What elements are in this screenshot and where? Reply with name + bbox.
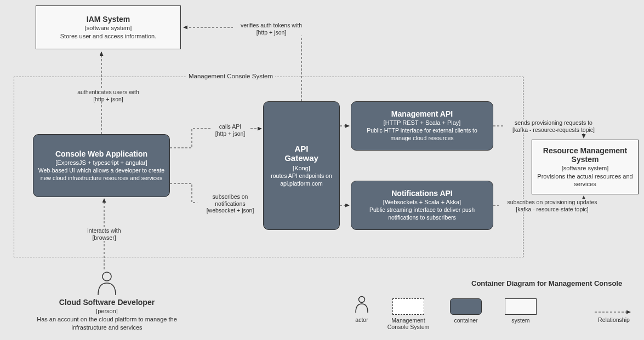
console-desc: Web-based UI which allows a developer to… [38, 167, 165, 182]
edge-verify-label: verifies auth tokens with[http + json] [233, 22, 310, 36]
svg-point-0 [102, 272, 111, 281]
api-gateway-box: APIGateway [Kong] routes API endpoints o… [263, 101, 340, 230]
rms-subtype: [software system] [562, 165, 609, 171]
rms-title: Resource ManagementSystem [543, 146, 627, 164]
iam-subtype: [software system] [85, 25, 132, 31]
actor-box: Cloud Software Developer [person] Has an… [36, 268, 178, 334]
notifications-api-box: Notifications API [Websockets + Scala + … [351, 181, 493, 230]
edge-interacts-label: interacts with[browser] [82, 227, 126, 241]
mgmtapi-desc: Public HTTP interface for external clien… [356, 127, 488, 142]
legend-title: Container Diagram for Management Console [471, 279, 622, 287]
iam-desc: Stores user and access information. [60, 32, 156, 40]
legend-system: system [499, 298, 543, 324]
notifapi-subtype: [Websockets + Scala + Akka] [383, 199, 461, 205]
legend-actor-icon [354, 296, 369, 313]
rms-desc: Provisions the actual resources and serv… [537, 172, 634, 188]
mgmtapi-title: Management API [391, 110, 453, 118]
edge-calls-label: calls API[http + json] [211, 123, 249, 137]
svg-point-7 [359, 297, 365, 303]
legend-system-icon [505, 298, 537, 315]
legend-mcs-icon [392, 298, 424, 315]
notifapi-title: Notifications API [391, 189, 453, 198]
actor-title: Cloud Software Developer [59, 298, 155, 307]
edge-subprov-label: subscribes on provisioning updates[kafka… [499, 199, 606, 212]
legend-mcs: Management Console System [384, 298, 433, 330]
actor-desc: Has an account on the cloud platform to … [36, 315, 178, 331]
console-title: Console Web Application [55, 149, 147, 158]
iam-title: IAM System [87, 15, 130, 24]
legend-container-icon [450, 298, 482, 315]
mgmtapi-subtype: [HTTP REST + Scala + Play] [384, 119, 461, 126]
edge-subs-label: subscribes on notifications[websocket + … [197, 193, 263, 214]
edge-sendprov-label: sends provisioning requests to[kafka - r… [504, 119, 603, 133]
console-web-app-box: Console Web Application [ExpressJS + typ… [33, 134, 170, 197]
legend-container: container [444, 298, 488, 324]
actor-subtype: [person] [96, 308, 118, 314]
legend-actor: actor [340, 296, 384, 323]
boundary-label: Management Console System [186, 73, 275, 79]
actor-icon [96, 271, 118, 296]
management-api-box: Management API [HTTP REST + Scala + Play… [351, 101, 493, 151]
edge-auth-label: authenticates users with[http + json] [71, 89, 145, 102]
gateway-title: APIGateway [284, 144, 318, 163]
gateway-subtype: [Kong] [293, 165, 310, 171]
console-subtype: [ExpressJS + typescript + angular] [55, 159, 147, 166]
rms-box: Resource ManagementSystem [software syst… [532, 140, 639, 194]
iam-system-box: IAM System [software system] Stores user… [36, 5, 181, 49]
legend-rel: Relationship [592, 316, 636, 323]
gateway-desc: routes API endpoints on api.platform.com [268, 172, 335, 187]
notifapi-desc: Public streaming interface to deliver pu… [356, 206, 488, 221]
